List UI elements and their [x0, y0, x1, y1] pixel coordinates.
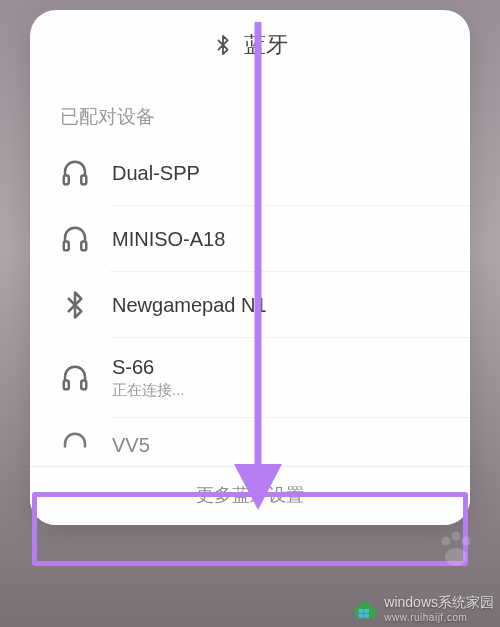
svg-rect-1 [81, 176, 86, 185]
device-text: VV5 [112, 434, 150, 457]
device-item[interactable]: MINISO-A18 [30, 206, 470, 272]
svg-point-8 [441, 536, 450, 545]
watermark-brand: windows系统家园 [384, 594, 494, 610]
svg-rect-5 [81, 381, 86, 390]
device-name: Dual-SPP [112, 162, 200, 185]
headphones-icon [60, 158, 90, 188]
device-text: MINISO-A18 [112, 228, 225, 251]
bluetooth-icon [212, 34, 234, 56]
watermark-text: windows系统家园 www.ruihaijf.com [384, 594, 494, 623]
watermark: windows系统家园 www.ruihaijf.com [352, 594, 494, 623]
watermark-url: www.ruihaijf.com [384, 612, 494, 623]
device-name: S-66 [112, 356, 185, 379]
device-name: Newgamepad N1 [112, 294, 267, 317]
svg-rect-3 [81, 242, 86, 251]
svg-rect-15 [359, 613, 364, 617]
svg-point-11 [445, 548, 467, 566]
device-status: 正在连接... [112, 381, 185, 400]
device-text: Dual-SPP [112, 162, 200, 185]
more-bluetooth-settings-button[interactable]: 更多蓝牙设置 [30, 467, 470, 525]
windows-house-icon [352, 598, 378, 620]
device-text: S-66 正在连接... [112, 356, 185, 400]
bluetooth-icon [60, 290, 90, 320]
panel-title: 蓝牙 [244, 30, 288, 60]
headphones-icon [60, 224, 90, 254]
device-item[interactable]: VV5 [30, 418, 470, 466]
device-name: VV5 [112, 434, 150, 457]
svg-rect-14 [365, 609, 370, 613]
panel-header: 蓝牙 [30, 10, 470, 78]
device-item[interactable]: Dual-SPP [30, 140, 470, 206]
svg-point-9 [451, 531, 460, 540]
svg-rect-2 [64, 242, 69, 251]
headphones-icon [60, 430, 90, 460]
headphones-icon [60, 363, 90, 393]
device-item[interactable]: S-66 正在连接... [30, 338, 470, 418]
section-paired-label: 已配对设备 [30, 78, 470, 140]
svg-rect-0 [64, 176, 69, 185]
paw-watermark-icon [432, 525, 480, 577]
svg-rect-4 [64, 381, 69, 390]
device-item[interactable]: Newgamepad N1 [30, 272, 470, 338]
svg-rect-13 [359, 609, 364, 613]
bluetooth-panel: 蓝牙 已配对设备 Dual-SPP MINISO-A18 [30, 10, 470, 525]
paired-device-list: Dual-SPP MINISO-A18 Newgamepad N1 [30, 140, 470, 466]
device-text: Newgamepad N1 [112, 294, 267, 317]
device-name: MINISO-A18 [112, 228, 225, 251]
svg-point-10 [461, 536, 470, 545]
svg-rect-16 [365, 613, 370, 617]
